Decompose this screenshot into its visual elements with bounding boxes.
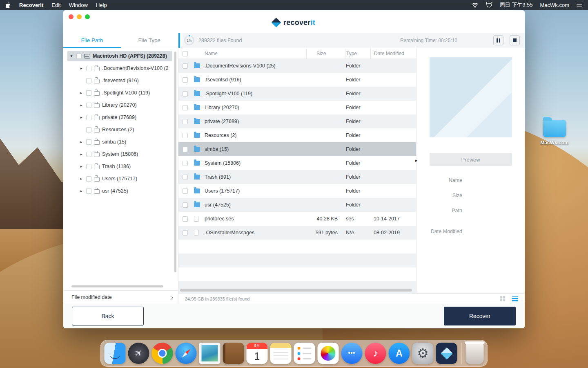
checkbox[interactable] xyxy=(183,230,188,236)
table-row[interactable]: Library (20270)Folder xyxy=(178,101,416,114)
checkbox[interactable] xyxy=(183,91,188,96)
tree-item[interactable]: ▸Users (175717) xyxy=(63,173,178,185)
table-row[interactable]: simba (15)Folder xyxy=(178,142,416,156)
menubar-clock[interactable]: 周日 下午3:55 xyxy=(500,1,533,9)
chevron-right-icon[interactable]: ▸ xyxy=(79,189,84,193)
table-row[interactable]: Trash (891)Folder xyxy=(178,170,416,184)
list-view-button[interactable] xyxy=(512,296,518,301)
dock-stamp-icon[interactable] xyxy=(199,343,220,364)
preview-button[interactable]: Preview xyxy=(430,153,512,166)
fox-icon[interactable] xyxy=(486,2,492,8)
checkbox[interactable] xyxy=(86,66,91,71)
menu-help[interactable]: Help xyxy=(96,2,107,8)
tab-file-type[interactable]: File Type xyxy=(121,33,178,48)
table-row[interactable]: private (27689)Folder xyxy=(178,114,416,128)
column-header-type[interactable]: Type xyxy=(345,48,370,59)
checkbox[interactable] xyxy=(86,188,91,194)
menu-window[interactable]: Window xyxy=(69,2,88,8)
tree-item[interactable]: .fseventsd (916) xyxy=(63,74,178,87)
menu-list-icon[interactable] xyxy=(577,3,582,7)
checkbox[interactable] xyxy=(183,63,188,69)
tab-file-path[interactable]: File Path xyxy=(63,33,121,48)
zoom-button[interactable] xyxy=(85,14,90,19)
dock-settings-icon[interactable]: ⚙ xyxy=(412,343,434,364)
dock-recoverit-icon[interactable] xyxy=(436,343,457,364)
menubar-site-label[interactable]: MacWk.com xyxy=(540,2,570,8)
menu-edit[interactable]: Edit xyxy=(51,2,60,8)
checkbox[interactable] xyxy=(86,78,91,83)
tree-item[interactable]: ▸private (27689) xyxy=(63,111,178,123)
chevron-right-icon[interactable]: ▸ xyxy=(79,177,84,181)
table-row[interactable]: System (15806)Folder xyxy=(178,156,416,170)
checkbox[interactable] xyxy=(183,77,188,83)
dock-reminders-icon[interactable] xyxy=(294,343,315,364)
tree-item[interactable]: ▸usr (47525) xyxy=(63,185,178,197)
table-row[interactable]: usr (47525)Folder xyxy=(178,198,416,212)
table-row[interactable]: Resources (2)Folder xyxy=(178,128,416,142)
chevron-right-icon[interactable]: ▸ xyxy=(79,115,84,119)
tree-item[interactable]: ▸.Spotlight-V100 (119) xyxy=(63,87,178,99)
tree-item[interactable]: ▸simba (15) xyxy=(63,136,178,148)
chevron-right-icon[interactable]: ▸ xyxy=(79,140,84,144)
checkbox[interactable] xyxy=(86,127,91,132)
checkbox[interactable] xyxy=(76,54,82,59)
close-button[interactable] xyxy=(69,14,74,19)
dock-trash-icon[interactable] xyxy=(466,343,484,364)
table-row[interactable]: .OSInstallerMessages591 bytesN/A08-02-20… xyxy=(178,226,416,240)
sidebar-horizontal-scrollbar[interactable] xyxy=(71,285,163,287)
dock-music-icon[interactable]: ♪ xyxy=(365,343,386,364)
tree-item[interactable]: ▸Trash (1186) xyxy=(63,160,178,173)
checkbox[interactable] xyxy=(183,216,188,222)
list-horizontal-scrollbar[interactable] xyxy=(180,289,412,292)
checkbox[interactable] xyxy=(86,152,91,157)
checkbox[interactable] xyxy=(86,176,91,182)
back-button[interactable]: Back xyxy=(72,307,144,325)
checkbox[interactable] xyxy=(183,133,188,138)
chevron-right-icon[interactable]: ▸ xyxy=(79,91,84,95)
chevron-right-icon[interactable]: ▸ xyxy=(79,152,84,156)
collapse-panel-button[interactable]: ▸ xyxy=(415,158,418,163)
checkbox[interactable] xyxy=(183,119,188,124)
grid-view-button[interactable] xyxy=(500,296,505,301)
table-row[interactable]: Users (175717)Folder xyxy=(178,184,416,198)
dock-photos-icon[interactable] xyxy=(318,343,339,364)
dock-messages-icon[interactable]: ••• xyxy=(341,343,363,364)
table-row[interactable]: .Spotlight-V100 (119)Folder xyxy=(178,87,416,101)
chevron-right-icon[interactable]: ▸ xyxy=(79,66,84,70)
table-row[interactable]: .fseventsd (916)Folder xyxy=(178,73,416,87)
checkbox[interactable] xyxy=(183,105,188,110)
pause-button[interactable] xyxy=(493,35,503,45)
apple-menu-icon[interactable] xyxy=(6,2,11,8)
column-header-size[interactable]: Size xyxy=(306,48,345,59)
tree-item[interactable]: Resources (2) xyxy=(63,123,178,136)
minimize-button[interactable] xyxy=(77,14,82,19)
dock-launchpad-icon[interactable]: ✈ xyxy=(128,343,149,364)
titlebar[interactable]: recoverit xyxy=(63,10,525,33)
tree-item[interactable]: ▸Library (20270) xyxy=(63,99,178,111)
dock-appstore-icon[interactable]: A xyxy=(389,343,410,364)
dock-safari-icon[interactable] xyxy=(176,343,197,364)
checkbox[interactable] xyxy=(183,202,188,208)
table-row[interactable]: photorec.ses40.28 KBses10-14-2017 xyxy=(178,212,416,226)
dock-finder-icon[interactable] xyxy=(105,343,126,364)
column-header-name[interactable]: Name xyxy=(205,51,306,56)
checkbox[interactable] xyxy=(183,175,188,180)
dock-contacts-icon[interactable] xyxy=(223,343,244,364)
table-row[interactable]: .DocumentRevisions-V100 (25)Folder xyxy=(178,59,416,73)
desktop-folder-macwk[interactable]: MacWk.com xyxy=(539,120,570,146)
column-header-date[interactable]: Date Modified xyxy=(370,48,416,59)
file-modified-date-filter[interactable]: File modified date › xyxy=(63,290,178,304)
chevron-down-icon[interactable]: ▾ xyxy=(69,54,74,58)
recover-button[interactable]: Recover xyxy=(444,307,516,325)
chevron-right-icon[interactable]: ▸ xyxy=(79,103,84,107)
chevron-right-icon[interactable]: ▸ xyxy=(79,164,84,168)
checkbox[interactable] xyxy=(86,164,91,169)
checkbox[interactable] xyxy=(86,90,91,96)
stop-button[interactable] xyxy=(510,35,520,45)
checkbox[interactable] xyxy=(183,147,188,152)
sidebar-vertical-scrollbar[interactable] xyxy=(174,52,176,272)
checkbox[interactable] xyxy=(86,139,91,145)
menubar-app-name[interactable]: Recoverit xyxy=(19,2,43,8)
tree-item-macintosh-hd[interactable]: ▾Macintosh HD (APFS) (289228) xyxy=(67,51,172,61)
tree-item[interactable]: ▸.DocumentRevisions-V100 (2 xyxy=(63,62,178,74)
